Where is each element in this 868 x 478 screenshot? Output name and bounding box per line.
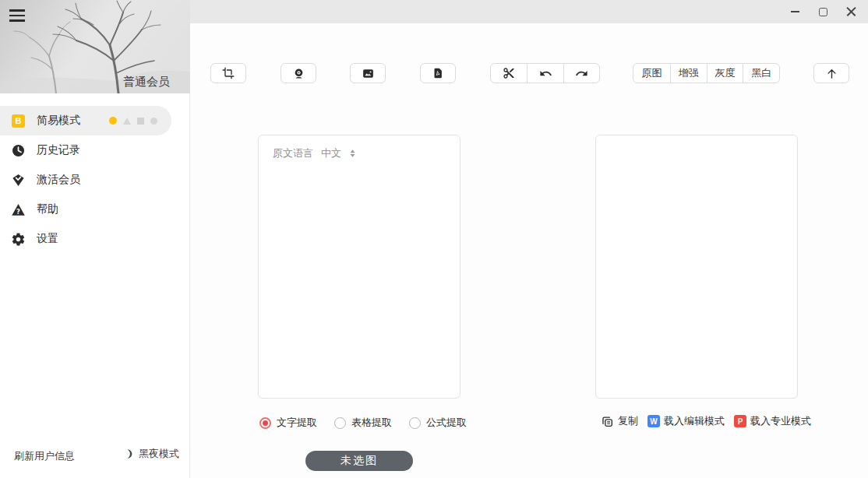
mode-shape-indicators bbox=[109, 106, 157, 135]
open-pdf-button[interactable] bbox=[420, 63, 456, 83]
sidebar-item-label: 简易模式 bbox=[37, 114, 80, 128]
filter-bw-button[interactable]: 黑白 bbox=[743, 64, 779, 83]
sidebar-item-help[interactable]: ? 帮助 bbox=[0, 195, 171, 224]
triangle-indicator[interactable] bbox=[123, 118, 131, 125]
edit-button-group bbox=[490, 63, 600, 83]
pdf-icon bbox=[432, 67, 444, 79]
result-text-panel[interactable] bbox=[595, 135, 798, 399]
redo-icon bbox=[575, 67, 588, 80]
undo-icon bbox=[539, 67, 552, 80]
minimize-icon bbox=[791, 11, 799, 12]
w-badge-icon: W bbox=[647, 415, 660, 427]
sidebar: 普通会员 B 简易模式 历史记录 bbox=[0, 0, 190, 478]
copy-button[interactable]: 复制 bbox=[601, 414, 638, 428]
app-window: 普通会员 B 简易模式 历史记录 bbox=[0, 0, 868, 478]
no-image-selected-button[interactable]: 未选图 bbox=[305, 451, 413, 471]
moon-icon bbox=[122, 448, 134, 460]
sidebar-item-label: 帮助 bbox=[37, 202, 58, 216]
b-badge-icon: B bbox=[11, 114, 26, 128]
p-badge-icon: P bbox=[734, 415, 746, 427]
radio-unselected-icon bbox=[409, 417, 421, 429]
arrow-up-icon bbox=[825, 67, 838, 80]
radio-text-extract[interactable]: 文字提取 bbox=[259, 416, 317, 430]
radio-selected-icon bbox=[259, 417, 271, 429]
maximize-button[interactable] bbox=[809, 0, 837, 23]
radio-unselected-icon bbox=[334, 417, 346, 429]
sort-arrows-icon bbox=[349, 148, 356, 159]
gem-icon bbox=[11, 173, 26, 188]
sidebar-item-label: 设置 bbox=[37, 232, 58, 246]
filter-enhance-button[interactable]: 增强 bbox=[670, 64, 707, 83]
svg-text:?: ? bbox=[16, 207, 20, 215]
hamburger-menu-icon[interactable] bbox=[9, 7, 30, 24]
open-image-button[interactable] bbox=[350, 63, 386, 83]
gear-icon bbox=[11, 232, 26, 247]
sidebar-item-activate-membership[interactable]: 激活会员 bbox=[0, 165, 171, 195]
upload-button[interactable] bbox=[813, 63, 849, 83]
sidebar-item-simple-mode[interactable]: B 简易模式 bbox=[0, 106, 171, 135]
source-language-label: 原文语言 bbox=[273, 146, 313, 160]
member-status-badge: 普通会员 bbox=[123, 75, 170, 90]
help-warning-icon: ? bbox=[11, 202, 26, 217]
camera-icon bbox=[292, 67, 305, 80]
circle-indicator[interactable] bbox=[150, 118, 157, 125]
minimize-button[interactable] bbox=[781, 0, 809, 23]
crop-icon bbox=[222, 67, 235, 79]
refresh-user-info-link[interactable]: 刷新用户信息 bbox=[14, 449, 75, 463]
clock-icon bbox=[11, 143, 26, 158]
source-language-selector[interactable]: 原文语言 中文 bbox=[273, 146, 356, 160]
square-indicator[interactable] bbox=[137, 118, 144, 125]
close-button[interactable] bbox=[837, 0, 865, 23]
sidebar-item-label: 激活会员 bbox=[37, 173, 80, 187]
sidebar-item-settings[interactable]: 设置 bbox=[0, 224, 171, 254]
image-icon bbox=[362, 67, 375, 80]
scissors-icon bbox=[503, 67, 515, 79]
window-controls bbox=[781, 0, 865, 23]
dark-mode-toggle[interactable]: 黑夜模式 bbox=[122, 447, 179, 461]
screenshot-camera-button[interactable] bbox=[281, 63, 316, 83]
radio-formula-extract[interactable]: 公式提取 bbox=[409, 416, 467, 430]
source-language-value: 中文 bbox=[321, 146, 341, 160]
close-icon bbox=[846, 7, 856, 17]
undo-button[interactable] bbox=[527, 64, 563, 83]
crop-button[interactable] bbox=[210, 63, 246, 83]
source-text-panel[interactable]: 原文语言 中文 bbox=[258, 135, 460, 399]
maximize-icon bbox=[819, 8, 827, 16]
load-pro-mode-button[interactable]: P 载入专业模式 bbox=[734, 414, 811, 428]
filter-button-group: 原图 增强 灰度 黑白 bbox=[633, 63, 780, 83]
titlebar[interactable] bbox=[190, 0, 868, 23]
extract-mode-radios: 文字提取 表格提取 公式提取 bbox=[259, 415, 467, 431]
result-actions: 复制 W 载入编辑模式 P 载入专业模式 bbox=[601, 413, 811, 429]
filter-grayscale-button[interactable]: 灰度 bbox=[707, 64, 743, 83]
sidebar-item-history[interactable]: 历史记录 bbox=[0, 135, 171, 165]
dark-mode-label: 黑夜模式 bbox=[139, 447, 179, 461]
cut-button[interactable] bbox=[491, 64, 527, 83]
sidebar-header-image: 普通会员 bbox=[0, 0, 190, 93]
filter-original-button[interactable]: 原图 bbox=[633, 64, 670, 83]
radio-table-extract[interactable]: 表格提取 bbox=[334, 416, 392, 430]
yellow-dot-indicator[interactable] bbox=[109, 117, 117, 125]
load-edit-mode-button[interactable]: W 载入编辑模式 bbox=[647, 414, 725, 428]
redo-button[interactable] bbox=[563, 64, 599, 83]
sidebar-item-label: 历史记录 bbox=[37, 143, 80, 157]
copy-icon bbox=[601, 415, 614, 428]
